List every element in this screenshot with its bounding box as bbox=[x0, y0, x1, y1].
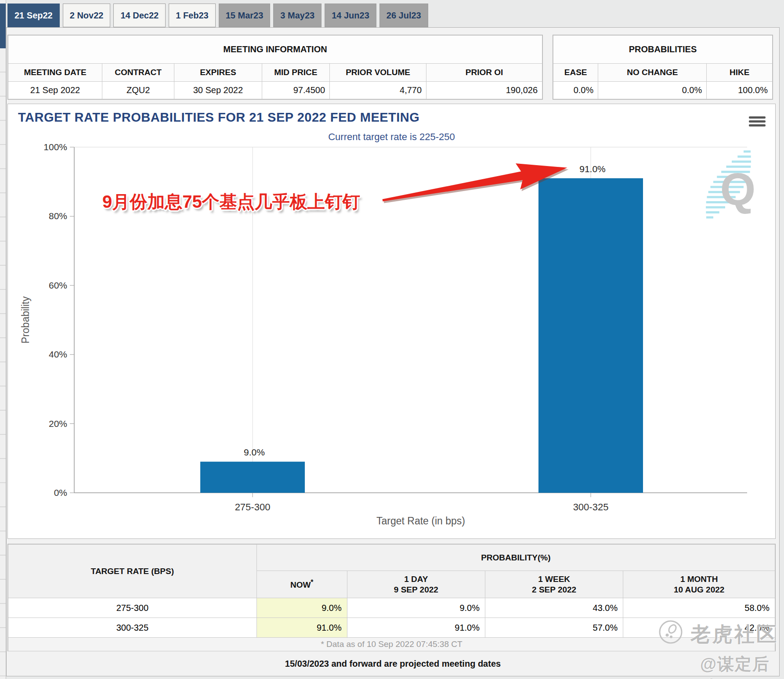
y-tick-label: 60% bbox=[49, 280, 67, 290]
tab-14-jun23[interactable]: 14 Jun23 bbox=[325, 4, 376, 27]
row1-week-value: 57.0% bbox=[485, 618, 623, 638]
meeting-information-title: MEETING INFORMATION bbox=[8, 36, 542, 64]
one-day-date: 9 SEP 2022 bbox=[353, 585, 480, 595]
bar-value-label: 91.0% bbox=[579, 164, 606, 174]
one-week-date: 2 SEP 2022 bbox=[491, 585, 618, 595]
one-day-label: 1 DAY bbox=[353, 574, 480, 585]
tab-14-dec22[interactable]: 14 Dec22 bbox=[113, 4, 166, 27]
x-axis-title: Target Rate (in bps) bbox=[376, 515, 465, 527]
col-ease: EASE bbox=[553, 64, 598, 81]
contract-value: ZQU2 bbox=[102, 81, 174, 99]
tab-21-sep22[interactable]: 21 Sep22 bbox=[7, 4, 60, 27]
chart-subtitle: Current target rate is 225-250 bbox=[8, 131, 775, 143]
y-tick-label: 100% bbox=[43, 142, 67, 152]
left-cutoff-strip bbox=[0, 0, 6, 679]
one-week-label: 1 WEEK bbox=[491, 574, 618, 585]
probabilities-panel: PROBABILITIES EASE NO CHANGE HIKE 0.0% 0… bbox=[553, 35, 773, 100]
row0-now-value: 9.0% bbox=[257, 598, 347, 618]
tab-1-feb23[interactable]: 1 Feb23 bbox=[169, 4, 215, 27]
hike-value: 100.0% bbox=[707, 81, 773, 99]
col-hike: HIKE bbox=[707, 64, 773, 81]
table-row: 275-300 9.0% 9.0% 43.0% 58.0% bbox=[8, 598, 775, 618]
row1-now-value: 91.0% bbox=[257, 618, 347, 638]
author-handle-watermark: @谋定后动 bbox=[700, 653, 784, 679]
fedwatch-main-panel: MEETING INFORMATION MEETING DATE CONTRAC… bbox=[6, 27, 780, 676]
target-rate-bps-header: TARGET RATE (BPS) bbox=[8, 545, 257, 598]
tiger-community-watermark: 老虎社区 bbox=[690, 621, 778, 648]
meeting-date-value: 21 Sep 2022 bbox=[8, 81, 102, 99]
col-prior-oi: PRIOR OI bbox=[426, 64, 542, 81]
row0-month-value: 58.0% bbox=[623, 598, 775, 618]
meeting-information-table: MEETING INFORMATION MEETING DATE CONTRAC… bbox=[8, 35, 542, 99]
now-label: NOW bbox=[290, 581, 311, 590]
probabilities-table: PROBABILITIES EASE NO CHANGE HIKE 0.0% 0… bbox=[553, 35, 773, 99]
col-now: NOW* bbox=[257, 571, 347, 598]
projected-meetings-note: 15/03/2023 and forward are projected mee… bbox=[7, 659, 779, 669]
tiger-community-logo-icon bbox=[658, 619, 683, 646]
bar-300-325[interactable] bbox=[538, 178, 643, 493]
now-asterisk: * bbox=[311, 578, 313, 586]
prior-volume-value: 4,770 bbox=[330, 81, 426, 99]
probability-group-header: PROBABILITY(%) bbox=[257, 545, 775, 571]
probabilities-title: PROBABILITIES bbox=[553, 36, 773, 64]
col-1-week: 1 WEEK2 SEP 2022 bbox=[485, 571, 623, 598]
probability-bar-chart: Q0%20%40%60%80%100%9.0%275-30091.0%300-3… bbox=[8, 104, 775, 538]
one-month-date: 10 AUG 2022 bbox=[629, 585, 770, 595]
y-tick-label: 80% bbox=[49, 211, 67, 221]
target-rate-chart-panel: Q0%20%40%60%80%100%9.0%275-30091.0%300-3… bbox=[7, 104, 776, 539]
rate-275-300: 275-300 bbox=[8, 598, 257, 618]
bar-value-label: 9.0% bbox=[244, 447, 265, 457]
mid-price-value: 97.4500 bbox=[262, 81, 329, 99]
tab-15-mar23[interactable]: 15 Mar23 bbox=[219, 4, 271, 27]
left-strip-selected-block bbox=[0, 4, 6, 48]
chart-menu-icon[interactable] bbox=[749, 116, 766, 128]
col-no-change: NO CHANGE bbox=[598, 64, 707, 81]
expires-value: 30 Sep 2022 bbox=[174, 81, 262, 99]
meeting-date-tabbar: 21 Sep22 2 Nov22 14 Dec22 1 Feb23 15 Mar… bbox=[7, 4, 428, 27]
one-month-label: 1 MONTH bbox=[629, 574, 770, 585]
ease-value: 0.0% bbox=[553, 81, 598, 99]
rate-300-325: 300-325 bbox=[8, 618, 257, 638]
no-change-value: 0.0% bbox=[598, 81, 707, 99]
tab-2-nov22[interactable]: 2 Nov22 bbox=[63, 4, 111, 27]
red-annotation-text: 9月份加息75个基点几乎板上钉钉 bbox=[102, 190, 360, 214]
quikstrike-q-watermark: Q bbox=[720, 164, 756, 215]
y-tick-label: 20% bbox=[49, 419, 67, 429]
col-1-month: 1 MONTH10 AUG 2022 bbox=[623, 571, 775, 598]
x-tick-label: 300-325 bbox=[573, 502, 609, 513]
col-expires: EXPIRES bbox=[174, 64, 262, 81]
tab-3-may23[interactable]: 3 May23 bbox=[273, 4, 322, 27]
chart-title: TARGET RATE PROBABILITIES FOR 21 SEP 202… bbox=[18, 110, 419, 125]
col-meeting-date: MEETING DATE bbox=[8, 64, 102, 81]
y-tick-label: 0% bbox=[54, 488, 67, 498]
bar-275-300[interactable] bbox=[200, 462, 305, 493]
y-axis-title: Probability bbox=[20, 296, 31, 343]
prior-oi-value: 190,026 bbox=[426, 81, 542, 99]
y-tick-label: 40% bbox=[49, 349, 67, 359]
row0-week-value: 43.0% bbox=[485, 598, 623, 618]
x-tick-label: 275-300 bbox=[235, 502, 271, 513]
row1-day-value: 91.0% bbox=[347, 618, 485, 638]
col-prior-volume: PRIOR VOLUME bbox=[330, 64, 426, 81]
meeting-information-panel: MEETING INFORMATION MEETING DATE CONTRAC… bbox=[7, 35, 543, 100]
row0-day-value: 9.0% bbox=[347, 598, 485, 618]
col-mid-price: MID PRICE bbox=[262, 64, 329, 81]
col-1-day: 1 DAY9 SEP 2022 bbox=[347, 571, 485, 598]
col-contract: CONTRACT bbox=[102, 64, 174, 81]
tab-26-jul23[interactable]: 26 Jul23 bbox=[379, 4, 428, 27]
